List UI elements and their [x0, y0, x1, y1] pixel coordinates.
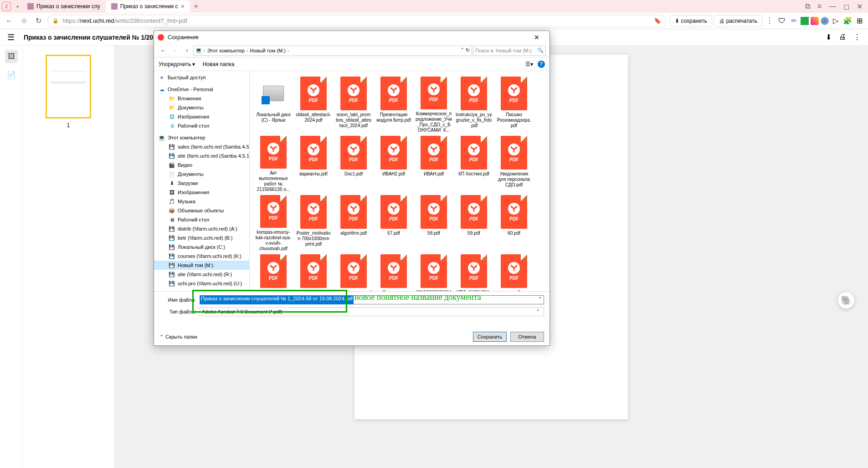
- print-page-button[interactable]: 🖨 распечатать: [714, 15, 762, 27]
- tree-item[interactable]: 💾courses (\\farm.uchi.red) (K:): [154, 252, 249, 261]
- file-item[interactable]: PDFУведомления для персонала СДО.pdf: [494, 134, 534, 193]
- tree-item[interactable]: 🎵Музыка: [154, 197, 249, 206]
- file-item[interactable]: PDFDoc1.pdf: [334, 134, 374, 193]
- file-item[interactable]: PDFalgorithm.pdf: [334, 193, 374, 252]
- save-button[interactable]: Сохранить: [473, 332, 507, 342]
- file-item[interactable]: PDFkompas-emociy-kak-razobrat-sya-v-svoi…: [253, 193, 293, 252]
- breadcrumb-item[interactable]: Этот компьютер: [207, 48, 245, 53]
- nav-back-icon[interactable]: ←: [158, 45, 169, 56]
- view-mode-icon[interactable]: ☰▾: [525, 61, 533, 67]
- tree-item[interactable]: 💾uchi.pro (\\farm.uchi.red) (U:): [154, 279, 249, 288]
- reload-button[interactable]: ↻: [33, 15, 44, 26]
- more-icon[interactable]: ⋮: [764, 15, 775, 26]
- search-input[interactable]: Поиск в: Новый том (M:) 🔍: [473, 46, 546, 56]
- hide-folders-button[interactable]: ⌃ Скрыть папки: [159, 334, 197, 340]
- save-page-button[interactable]: ⬇ сохранить: [670, 15, 712, 27]
- outline-icon[interactable]: 📄: [5, 68, 18, 81]
- file-item[interactable]: PDFИВАН2.pdf: [374, 134, 414, 193]
- file-item[interactable]: PDFварианты.pdf: [293, 134, 334, 193]
- file-item[interactable]: PDFpo.pdf: [494, 252, 534, 291]
- url-input[interactable]: 🔒 https://next.uchi.red/writs/208/conten…: [47, 15, 666, 27]
- new-tab-button[interactable]: +: [190, 0, 202, 12]
- filetype-dropdown-icon[interactable]: ˅: [534, 309, 542, 315]
- nav-up-icon[interactable]: ↑: [181, 45, 192, 56]
- tree-item[interactable]: 🖼Изображения: [154, 112, 249, 121]
- evernote-icon[interactable]: 🐘: [838, 292, 854, 309]
- file-grid[interactable]: Локальный диск (C) - ЯрлыкPDFoblasti_att…: [250, 71, 550, 291]
- file-item[interactable]: PDFтехподдержка.pdf: [334, 252, 374, 291]
- tree-item[interactable]: 🎬Видео: [154, 160, 249, 170]
- hamburger-icon[interactable]: ≡: [817, 2, 822, 10]
- tree-this-pc[interactable]: 💻Этот компьютер: [154, 133, 249, 142]
- tree-item[interactable]: 📄Документы: [154, 170, 249, 179]
- ext-icon-1[interactable]: ✏: [789, 16, 799, 26]
- thumbnails-icon[interactable]: 🖼: [5, 50, 18, 63]
- help-icon[interactable]: ?: [538, 61, 545, 68]
- file-item[interactable]: PDFИВАН.pdf: [414, 134, 454, 193]
- copy-icon[interactable]: ⧉: [805, 2, 810, 10]
- file-item[interactable]: PDFPoster_motivation 700x1000mm print.pd…: [293, 193, 334, 252]
- file-item[interactable]: PDFКоммерческое_предложение_Учи_Про_СДО_…: [414, 75, 454, 134]
- tree-item[interactable]: 📁Документы: [154, 103, 249, 112]
- tree-item[interactable]: ⬇Загрузки: [154, 179, 249, 188]
- filetype-select[interactable]: Adobe Acrobat 7.0 Document (*.pdf) ˅: [200, 307, 544, 316]
- back-button[interactable]: ←: [4, 15, 15, 26]
- filename-dropdown-icon[interactable]: ˅: [536, 297, 544, 303]
- tab-dropdown-icon[interactable]: ▾: [13, 4, 22, 9]
- page-thumbnail[interactable]: [46, 55, 91, 118]
- file-item[interactable]: PDFтехподдержка_OtherPages.pdf: [293, 252, 334, 291]
- file-item[interactable]: PDFтехподдержка.pdf: [253, 252, 293, 291]
- file-item[interactable]: PDFsravn_tabl_prombes_oblasti_attestacii…: [334, 75, 374, 134]
- tree-item[interactable]: 🖥Рабочий стол: [154, 215, 249, 224]
- ext-icon-5[interactable]: ▷: [831, 16, 841, 26]
- filename-input[interactable]: Приказ о зачислении слушателей № 1_2024-…: [200, 295, 354, 304]
- menu-icon[interactable]: ☰: [7, 32, 15, 42]
- file-item[interactable]: PDFКП Хостинг.pdf: [454, 134, 494, 193]
- tree-item[interactable]: 💾site (farm.uchi.red (Samba 4.5.16-Debia: [154, 151, 249, 160]
- minimize-icon[interactable]: —: [829, 2, 836, 10]
- tree-item[interactable]: 💾sales (farm.uchi.red (Samba 4.5.16-Debi…: [154, 142, 249, 151]
- print-icon[interactable]: 🖨: [839, 33, 846, 41]
- dialog-close-icon[interactable]: ✕: [528, 34, 546, 41]
- tree-item-selected[interactable]: 💾Новый том (M:): [154, 261, 249, 270]
- tree-item[interactable]: 🖥Рабочий стол: [154, 121, 249, 130]
- organize-button[interactable]: Упорядочить ▾: [159, 61, 195, 67]
- bookmark-icon[interactable]: 🔖: [654, 17, 661, 24]
- browser-tab-2[interactable]: Приказ о зачислении с ×: [106, 0, 190, 12]
- file-item[interactable]: PDFoblasti_attestacii-2024.pdf: [293, 75, 334, 134]
- tree-item[interactable]: 💾distrib (\\farm.uchi.red) (A:): [154, 224, 249, 233]
- file-item[interactable]: PDF60.pdf: [494, 193, 534, 252]
- file-item[interactable]: PDFОпасность пореза.pdf: [374, 252, 414, 291]
- extensions-icon[interactable]: 🧩: [842, 16, 853, 26]
- shield-icon[interactable]: 🛡: [777, 16, 787, 26]
- ext-icon-4[interactable]: [821, 17, 829, 25]
- refresh-icon[interactable]: ↻: [466, 47, 470, 53]
- pdf-more-icon[interactable]: ⋮: [853, 33, 861, 41]
- file-item[interactable]: Локальный диск (C) - Ярлык: [253, 75, 293, 134]
- tab-close-icon[interactable]: ×: [181, 3, 185, 10]
- file-item[interactable]: PDFУПД_АМОЦРМ_30_05_2023.pdf: [454, 252, 494, 291]
- breadcrumb[interactable]: 💻 › Этот компьютер › Новый том (M:) › ˅ …: [193, 46, 472, 56]
- tab-counter[interactable]: 2: [2, 2, 11, 11]
- download-icon[interactable]: ⬇: [826, 33, 832, 41]
- file-item[interactable]: PDFinstrukciya_po_vygruzke_v_fis_frdo.pd…: [454, 75, 494, 134]
- tree-item[interactable]: 📦Объемные объекты: [154, 206, 249, 215]
- file-item[interactable]: PDF58.pdf: [414, 193, 454, 252]
- file-item[interactable]: PDFПисьмо Роскомнадзора.pdf: [494, 75, 534, 134]
- file-item[interactable]: PDF57.pdf: [374, 193, 414, 252]
- cancel-button[interactable]: Отмена: [510, 332, 544, 342]
- tree-item[interactable]: 📁Вложения: [154, 94, 249, 103]
- ext-icon-3[interactable]: [811, 17, 819, 25]
- tree-item[interactable]: 💾site (\\farm.uchi.red) (R:): [154, 270, 249, 279]
- breadcrumb-dropdown-icon[interactable]: ˅: [461, 47, 464, 53]
- file-item[interactable]: PDFПрезентация модуля Бетр.pdf: [374, 75, 414, 134]
- file-item[interactable]: PDFАкт выполненных работ № 2115066135 о.…: [253, 134, 293, 193]
- downloads-icon[interactable]: ⊞: [854, 16, 864, 26]
- ext-icon-2[interactable]: [801, 17, 809, 25]
- window-close-icon[interactable]: ✕: [857, 2, 863, 11]
- file-item[interactable]: PDF59.pdf: [454, 193, 494, 252]
- tree-item[interactable]: 💾betr (\\farm.uchi.red) (B:): [154, 233, 249, 242]
- file-item[interactable]: PDF80110786873364.pdf: [414, 252, 454, 291]
- folder-tree[interactable]: ★Быстрый доступ ☁OneDrive - Personal 📁Вл…: [154, 71, 250, 291]
- tree-item[interactable]: 🖼Изображения: [154, 188, 249, 197]
